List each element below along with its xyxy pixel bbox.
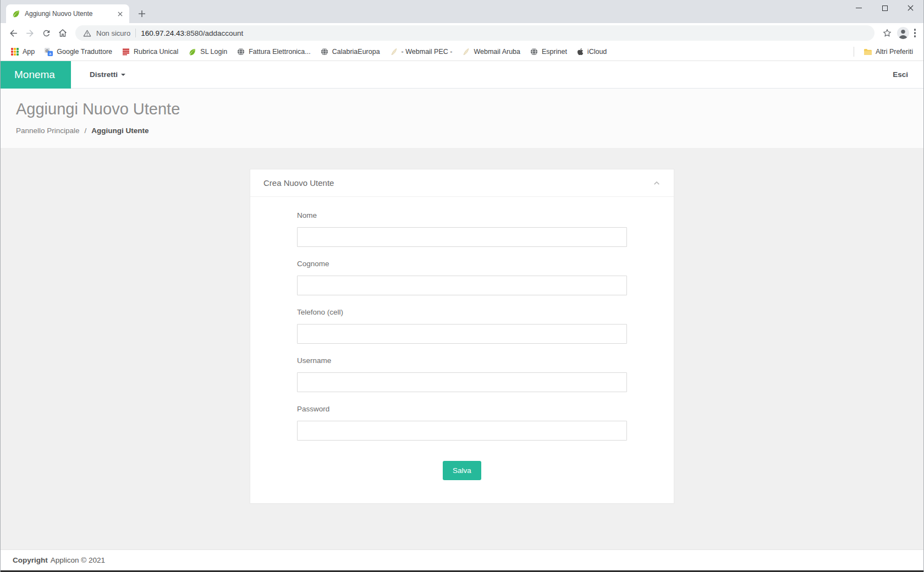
svg-text:a: a (50, 52, 52, 56)
bookmark-sl-login[interactable]: SL Login (183, 46, 232, 58)
footer-copyright-text: Applicon © 2021 (51, 556, 105, 564)
chevron-down-icon (121, 74, 125, 76)
browser-window: Aggiungi Nuovo Utente (0, 0, 924, 572)
browser-menu-button[interactable] (911, 25, 920, 41)
reload-button[interactable] (38, 25, 54, 41)
omnibox-divider (135, 29, 136, 37)
card-body: Nome Cognome Telefono (cell) Username Pa… (250, 197, 674, 503)
tab-title: Aggiungi Nuovo Utente (25, 10, 111, 18)
globe-icon (530, 48, 538, 56)
bookmark-webmail-aruba[interactable]: Webmail Aruba (457, 46, 525, 58)
star-icon (882, 28, 892, 38)
bookmark-esprinet[interactable]: Esprinet (525, 46, 572, 58)
footer-copyright-bold: Copyright (13, 556, 48, 564)
folder-icon (864, 48, 872, 56)
breadcrumb-root[interactable]: Pannello Principale (16, 127, 80, 135)
globe-icon (237, 48, 245, 56)
card-title: Crea Nuovo Utente (263, 178, 334, 188)
close-icon (908, 5, 914, 11)
nome-field[interactable] (297, 227, 627, 247)
breadcrumb-separator: / (85, 127, 87, 135)
webmail-icon (462, 48, 470, 56)
forward-icon (25, 28, 35, 38)
username-label: Username (297, 356, 627, 365)
cognome-field[interactable] (297, 276, 627, 295)
security-label[interactable]: Non sicuro (96, 29, 130, 37)
bookmark-icloud[interactable]: iCloud (572, 46, 612, 58)
form-group-nome: Nome (297, 211, 627, 247)
telefono-field[interactable] (297, 324, 627, 344)
card-header: Crea Nuovo Utente (250, 169, 674, 197)
bookmarks-bar: App Ga Google Traduttore Rubrica Unical … (1, 43, 923, 61)
bookmark-webmail-pec[interactable]: - Webmail PEC - (385, 46, 458, 58)
translate-icon: Ga (45, 48, 53, 56)
app-footer: Copyright Applicon © 2021 (1, 549, 923, 570)
page-title: Aggiungi Nuovo Utente (16, 100, 923, 118)
warning-icon (83, 29, 91, 37)
profile-button[interactable] (895, 25, 911, 41)
forward-button[interactable] (21, 25, 38, 41)
tab-strip: Aggiungi Nuovo Utente (1, 0, 923, 23)
address-bar[interactable]: Non sicuro 160.97.24.43:8580/addaccount (75, 25, 875, 41)
bookmark-fattura-elettronica[interactable]: Fattura Elettronica... (232, 46, 316, 58)
browser-tab[interactable]: Aggiungi Nuovo Utente (6, 4, 129, 23)
bookmark-app[interactable]: App (6, 46, 40, 58)
reload-icon (42, 29, 51, 38)
form-group-cognome: Cognome (297, 260, 627, 295)
password-field[interactable] (297, 421, 627, 441)
apps-grid-icon (11, 48, 19, 56)
bookmark-star-button[interactable] (879, 25, 895, 41)
bookmark-google-traduttore[interactable]: Ga Google Traduttore (40, 46, 117, 58)
window-controls (846, 0, 923, 16)
minimize-icon (856, 8, 862, 9)
bookmarks-separator (854, 47, 854, 57)
brand-logo[interactable]: Monema (1, 61, 71, 89)
url-text[interactable]: 160.97.24.43:8580/addaccount (141, 29, 243, 37)
browser-toolbar: Non sicuro 160.97.24.43:8580/addaccount (1, 23, 923, 43)
minimize-button[interactable] (846, 0, 872, 16)
maximize-button[interactable] (872, 0, 898, 16)
telefono-label: Telefono (cell) (297, 308, 627, 316)
main-content: Crea Nuovo Utente Nome Cognome Telefono … (1, 148, 923, 549)
nav-esci-link[interactable]: Esci (893, 70, 908, 79)
breadcrumb-current: Aggiungi Utente (91, 127, 148, 135)
red-list-icon (122, 48, 130, 56)
home-button[interactable] (54, 25, 71, 41)
app-navbar: Monema Distretti Esci (1, 61, 923, 89)
close-button[interactable] (898, 0, 923, 16)
home-icon (58, 28, 68, 38)
form-group-username: Username (297, 356, 627, 392)
tab-close-button[interactable] (116, 9, 125, 19)
webmail-icon (390, 48, 398, 56)
nav-distretti-dropdown[interactable]: Distretti (90, 70, 125, 79)
button-row: Salva (297, 461, 627, 480)
form-group-password: Password (297, 405, 627, 441)
cognome-label: Cognome (297, 260, 627, 268)
create-user-card: Crea Nuovo Utente Nome Cognome Telefono … (250, 169, 674, 504)
back-icon (8, 28, 19, 38)
spring-leaf-icon (188, 48, 196, 56)
new-tab-button[interactable] (134, 6, 150, 22)
bookmark-calabriaeuropa[interactable]: CalabriaEuropa (316, 46, 385, 58)
avatar-icon (897, 26, 910, 40)
other-bookmarks-button[interactable]: Altri Preferiti (859, 46, 918, 58)
nome-label: Nome (297, 211, 627, 219)
password-label: Password (297, 405, 627, 413)
bookmark-rubrica-unical[interactable]: Rubrica Unical (117, 46, 183, 58)
breadcrumb: Pannello Principale / Aggiungi Utente (16, 127, 923, 135)
apple-icon (577, 48, 584, 56)
back-button[interactable] (5, 25, 21, 41)
form-group-telefono: Telefono (cell) (297, 308, 627, 344)
username-field[interactable] (297, 372, 627, 392)
collapse-button[interactable] (653, 180, 661, 186)
maximize-icon (882, 6, 888, 11)
chevron-up-icon (653, 180, 661, 186)
globe-icon (321, 48, 328, 56)
spring-leaf-favicon-icon (12, 9, 20, 18)
page-header: Aggiungi Nuovo Utente Pannello Principal… (1, 89, 923, 148)
salva-button[interactable]: Salva (443, 461, 481, 480)
